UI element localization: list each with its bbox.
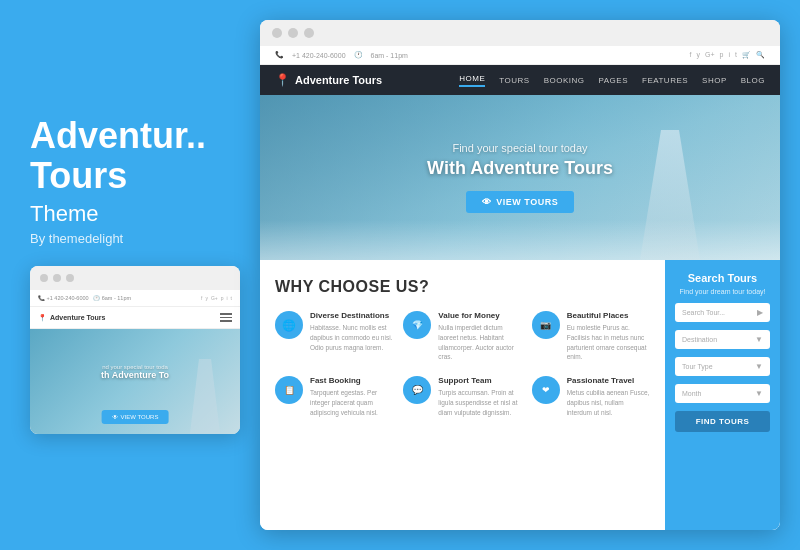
feature-beautiful-text: Beautiful Places Eu molestie Purus ac. F… xyxy=(567,311,650,362)
destination-chevron-icon: ▼ xyxy=(755,335,763,344)
mini-browser-bar xyxy=(30,266,240,290)
top-contact-info: 📞 +1 420-240-6000 🕐 6am - 11pm xyxy=(275,51,408,59)
hours: 6am - 11pm xyxy=(371,52,408,59)
feature-diverse-title: Diverse Destinations xyxy=(310,311,393,320)
feature-diverse-destinations: 🌐 Diverse Destinations Habitasse. Nunc m… xyxy=(275,311,393,362)
diamond-icon: 💎 xyxy=(403,311,431,339)
browser-dot-2 xyxy=(288,28,298,38)
nav-tours[interactable]: TOURS xyxy=(499,76,529,85)
mini-tm-icon: t xyxy=(231,295,232,301)
globe-icon: 🌐 xyxy=(275,311,303,339)
pin-icon[interactable]: p xyxy=(720,51,724,59)
tour-type-select[interactable]: Tour Type ▼ xyxy=(675,357,770,376)
tumblr-icon[interactable]: t xyxy=(735,51,737,59)
search-widget-title: Search Tours xyxy=(675,272,770,284)
ig-icon[interactable]: i xyxy=(728,51,730,59)
nav-booking[interactable]: BOOKING xyxy=(544,76,585,85)
find-tours-button[interactable]: FIND TOURS xyxy=(675,411,770,432)
search-widget: Search Tours Find your dream tour today!… xyxy=(665,260,780,530)
main-browser: 📞 +1 420-240-6000 🕐 6am - 11pm f y G+ p … xyxy=(260,20,780,530)
tour-type-label: Tour Type xyxy=(682,363,713,370)
main-content: WHY CHOOSE US? 🌐 Diverse Destinations Ha… xyxy=(260,260,780,530)
hero-cta-button[interactable]: 👁 VIEW TOURS xyxy=(466,191,574,213)
feature-diverse-desc: Habitasse. Nunc mollis est dapibus in co… xyxy=(310,323,393,352)
mini-top-bar: 📞 +1 420-240-6000 🕐 6am - 11pm f y G+ p … xyxy=(30,290,240,307)
nav-features[interactable]: FEATURES xyxy=(642,76,688,85)
theme-subtitle: Theme xyxy=(30,201,240,227)
main-browser-bar xyxy=(260,20,780,46)
top-social-links: f y G+ p i t 🛒 🔍 xyxy=(690,51,765,59)
mini-dot-1 xyxy=(40,274,48,282)
theme-by: By themedelight xyxy=(30,231,240,246)
fb-icon[interactable]: f xyxy=(690,51,692,59)
left-panel: Adventur..Tours Theme By themedelight 📞 … xyxy=(30,116,240,434)
search-tour-placeholder: Search Tour... xyxy=(682,309,725,316)
browser-dot-1 xyxy=(272,28,282,38)
feature-support-text: Support Team Turpis accumsan. Proin at l… xyxy=(438,376,521,417)
mini-cta-button[interactable]: 👁 VIEW TOURS xyxy=(102,410,169,424)
phone-icon: 📞 xyxy=(275,51,284,59)
mini-dot-2 xyxy=(53,274,61,282)
search-icon[interactable]: 🔍 xyxy=(756,51,765,59)
mini-pin-icon: p xyxy=(221,295,224,301)
feature-booking-title: Fast Booking xyxy=(310,376,393,385)
mini-hero: nd your special tour toda th Adventure T… xyxy=(30,329,240,434)
mini-browser-preview: 📞 +1 420-240-6000 🕐 6am - 11pm f y G+ p … xyxy=(30,266,240,434)
mini-logo: 📍 Adventure Tours xyxy=(38,314,106,322)
nav-shop[interactable]: SHOP xyxy=(702,76,727,85)
feature-beautiful-places: 📷 Beautiful Places Eu molestie Purus ac.… xyxy=(532,311,650,362)
eye-icon: 👁 xyxy=(112,414,118,420)
search-tour-input[interactable]: Search Tour... ▶ xyxy=(675,303,770,322)
feature-diverse-text: Diverse Destinations Habitasse. Nunc mol… xyxy=(310,311,393,352)
mini-hero-text2: th Adventure To xyxy=(101,370,169,380)
nav-pages[interactable]: PAGES xyxy=(599,76,628,85)
search-widget-desc: Find your dream tour today! xyxy=(675,288,770,295)
destination-label: Destination xyxy=(682,336,717,343)
feature-booking-text: Fast Booking Tarpquent egestas. Per inte… xyxy=(310,376,393,417)
mini-hamburger-icon[interactable] xyxy=(220,313,232,322)
feature-value-money: 💎 Value for Money Nulla imperdiet dictum… xyxy=(403,311,521,362)
feature-passionate-title: Passionate Travel xyxy=(567,376,650,385)
month-label: Month xyxy=(682,390,701,397)
mini-cta-label: VIEW TOURS xyxy=(121,414,159,420)
mini-nav: 📍 Adventure Tours xyxy=(30,307,240,329)
site-logo: 📍 Adventure Tours xyxy=(275,73,382,87)
hero-section: Find your special tour today With Advent… xyxy=(260,95,780,260)
tour-type-chevron-icon: ▼ xyxy=(755,362,763,371)
theme-title: Adventur..Tours xyxy=(30,116,240,195)
search-arrow-icon: ▶ xyxy=(757,308,763,317)
month-select[interactable]: Month ▼ xyxy=(675,384,770,403)
nav-home[interactable]: HOME xyxy=(459,74,485,87)
outer-container: Adventur..Tours Theme By themedelight 📞 … xyxy=(0,0,800,550)
feature-support-desc: Turpis accumsan. Proin at ligula suspend… xyxy=(438,388,521,417)
mini-tw-icon: y xyxy=(205,295,208,301)
wave-decoration xyxy=(260,220,780,260)
logo-text: Adventure Tours xyxy=(295,74,382,86)
feature-passionate-text: Passionate Travel Metus cubilia aenean F… xyxy=(567,376,650,417)
logo-pin-icon: 📍 xyxy=(275,73,290,87)
mini-social-icons: f y G+ p i t xyxy=(201,295,232,301)
browser-dot-3 xyxy=(304,28,314,38)
mini-logo-text: Adventure Tours xyxy=(50,314,106,321)
clock-icon: 🕐 xyxy=(354,51,363,59)
feature-value-desc: Nulla imperdiet dictum laoreet netus. Ha… xyxy=(438,323,521,362)
tw-icon[interactable]: y xyxy=(697,51,701,59)
find-tours-label: FIND TOURS xyxy=(696,417,750,426)
cart-icon[interactable]: 🛒 xyxy=(742,51,751,59)
features-grid: 🌐 Diverse Destinations Habitasse. Nunc m… xyxy=(275,311,650,417)
month-chevron-icon: ▼ xyxy=(755,389,763,398)
nav-blog[interactable]: BLOG xyxy=(741,76,765,85)
mini-gp-icon: G+ xyxy=(211,295,218,301)
feature-value-title: Value for Money xyxy=(438,311,521,320)
heart-icon: ❤ xyxy=(532,376,560,404)
chat-icon: 💬 xyxy=(403,376,431,404)
hero-cta-label: VIEW TOURS xyxy=(496,197,558,207)
destination-select[interactable]: Destination ▼ xyxy=(675,330,770,349)
mini-dot-3 xyxy=(66,274,74,282)
why-section: WHY CHOOSE US? 🌐 Diverse Destinations Ha… xyxy=(260,260,665,530)
feature-passionate-desc: Metus cubilia aenean Fusce, dapibus nisl… xyxy=(567,388,650,417)
nav-links: HOME TOURS BOOKING PAGES FEATURES SHOP B… xyxy=(459,74,765,87)
feature-value-text: Value for Money Nulla imperdiet dictum l… xyxy=(438,311,521,362)
hero-subtitle: Find your special tour today xyxy=(427,142,613,154)
gplus-icon[interactable]: G+ xyxy=(705,51,715,59)
